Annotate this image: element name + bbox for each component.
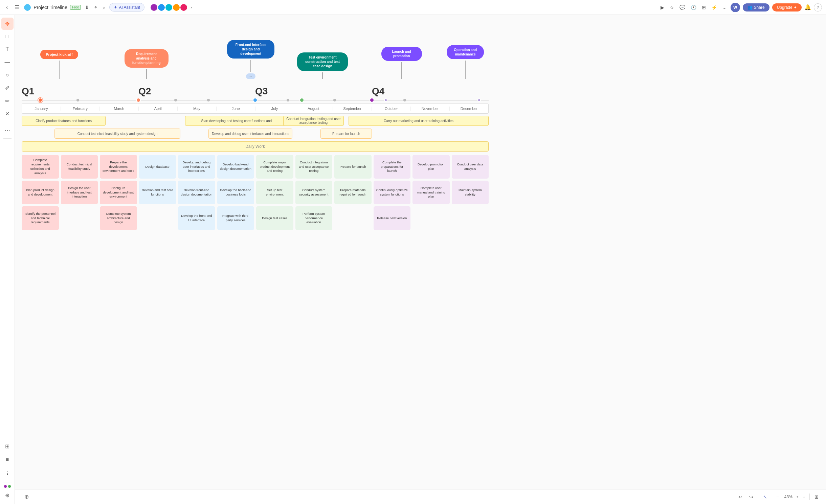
zoom-percentage[interactable]: 43%: [783, 494, 794, 500]
note-design-test-cases: Design test cases: [256, 206, 293, 230]
chevron-button[interactable]: ›: [191, 5, 192, 10]
download-button[interactable]: ⬇: [84, 3, 90, 12]
sidebar-template-tool[interactable]: ⊕: [1, 489, 14, 501]
sidebar-chart-tool[interactable]: ⫶: [1, 467, 14, 479]
lane-marketing: Carry out marketing and user training ac…: [349, 116, 489, 126]
note-develop-test-core: Develop and test core functions: [139, 181, 176, 204]
ai-assistant-button[interactable]: ✦ AI Assistant: [109, 3, 144, 12]
milestone-test-stem: [322, 72, 323, 79]
note-configure-dev: Configure development and test environme…: [100, 181, 137, 204]
note-user-manual: Complete user manual and training plan: [412, 181, 450, 204]
sidebar-pencil-tool[interactable]: ✏: [1, 95, 14, 107]
zoom-dropdown-icon: ▾: [797, 495, 799, 499]
axis-dot-may: [207, 99, 210, 101]
milestone-frontend-label: Front-end interface design and developme…: [227, 40, 274, 59]
note-continuously-opt: Continuously optimize system functions: [374, 181, 411, 204]
sidebar-connector-tool[interactable]: ✕: [1, 108, 14, 120]
tag-button[interactable]: ⌖: [93, 3, 98, 12]
collab-avatar-1: [150, 3, 158, 12]
axis-dot-feb: [76, 99, 79, 101]
search-button[interactable]: ⌕: [101, 3, 107, 12]
sidebar-cursor-tool[interactable]: ✥: [1, 18, 14, 30]
milestone-launch-label: Launch and promotion: [381, 47, 422, 61]
lane-start-developing: Start developing and testing core functi…: [185, 116, 288, 126]
cursor-tool-button[interactable]: ↖: [761, 493, 769, 501]
swimlane-row-1: Clarify product features and functions S…: [22, 116, 489, 127]
play-button[interactable]: ▶: [659, 3, 666, 12]
undo-button[interactable]: ↩: [736, 493, 744, 501]
notes-col-feb: Conduct technical feasibility study Desi…: [61, 155, 98, 230]
sidebar-bottom-icons: ⊞ ≡ ⫶ ⊕: [1, 437, 14, 501]
note-prepare-dev-env: Prepare the development environment and …: [100, 155, 137, 179]
note-complete-arch: Complete system architecture and design: [100, 206, 137, 230]
sidebar-table-tool[interactable]: ⊞: [1, 440, 14, 452]
down-button[interactable]: ⌄: [721, 3, 728, 12]
note-performance: Perform system performance evaluation: [295, 206, 333, 230]
note-backend-logic: Develop the back-end business logic: [217, 181, 254, 204]
lane-prepare-launch: Prepare for launch: [320, 129, 372, 139]
note-design-ui: Design the user interface and test inter…: [61, 181, 98, 204]
lane-daily: Daily Work: [22, 141, 489, 152]
sidebar-pen-tool[interactable]: ✐: [1, 82, 14, 94]
canvas-scroll[interactable]: Project kick-off Requirement analysis an…: [15, 15, 826, 504]
lane-develop-debug: Develop and debug user interfaces and in…: [208, 129, 292, 139]
sidebar-line-tool[interactable]: —: [1, 56, 14, 68]
menu-button[interactable]: ☰: [13, 3, 21, 12]
minimap-button[interactable]: ⊞: [812, 493, 821, 501]
axis-dot-q4: [370, 98, 374, 102]
canvas[interactable]: Project kick-off Requirement analysis an…: [15, 15, 826, 504]
collab-avatar-2: [157, 3, 165, 12]
axis-dot-launch: [384, 98, 387, 102]
month-may: May: [178, 107, 217, 111]
filter-button[interactable]: ⚡: [710, 3, 718, 12]
app-logo-icon: [24, 4, 31, 11]
ai-icon: ✦: [114, 5, 117, 10]
month-dec: December: [450, 107, 488, 111]
bottom-right-controls: ↩ ↪ ↖ − 43% ▾ + ⊞: [736, 493, 821, 501]
lane-technical: Conduct technical feasibility study and …: [54, 129, 181, 139]
comment-button[interactable]: 💬: [678, 3, 687, 12]
months-row: January February March April May June Ju…: [22, 104, 489, 114]
axis-dot-ops: [477, 98, 481, 102]
month-jul: July: [255, 107, 294, 111]
month-sep: September: [333, 107, 372, 111]
clock-button[interactable]: 🕐: [689, 3, 698, 12]
note-develop-promo: Develop promotion plan: [412, 155, 450, 179]
free-badge: Free: [70, 5, 81, 10]
notes-col-mayjun: Develop and debug user interfaces and in…: [178, 155, 215, 230]
swimlane-daily: Daily Work: [22, 141, 489, 152]
sidebar-more-tool[interactable]: ⋯: [1, 124, 14, 136]
note-frontend-ui: Develop the front-end UI interface: [178, 206, 215, 230]
share-button[interactable]: 👥 Share: [743, 3, 769, 12]
bottom-template-btn[interactable]: ⊕: [20, 491, 32, 503]
sidebar-text-tool[interactable]: T: [1, 43, 14, 55]
back-button[interactable]: ‹: [4, 3, 10, 12]
topbar: ‹ ☰ Project Timeline Free ⬇ ⌖ ⌕ ✦ AI Ass…: [0, 0, 826, 15]
star-button[interactable]: ☆: [668, 3, 675, 12]
milestone-frontend-stem: [250, 60, 251, 72]
axis-dot-q1: [38, 98, 43, 102]
sidebar-frame-tool[interactable]: □: [1, 30, 14, 43]
upgrade-button[interactable]: Upgrade ✦: [772, 3, 802, 12]
zoom-out-button[interactable]: −: [775, 493, 780, 501]
bottom-left-tools: ⊕: [20, 491, 32, 503]
month-feb: February: [61, 107, 100, 111]
milestone-frontend-extra: ···: [246, 73, 255, 79]
notes-col-apr: Design database Develop and test core fu…: [139, 155, 176, 230]
axis-dot-q2: [136, 98, 141, 102]
sidebar-list-tool[interactable]: ≡: [1, 454, 14, 466]
help-button[interactable]: ?: [814, 3, 822, 12]
topbar-right: ▶ ☆ 💬 🕐 ⊞ ⚡ ⌄ W 👥 Share Upgrade ✦ 🔔 ?: [659, 3, 822, 12]
grid-button[interactable]: ⊞: [700, 3, 707, 12]
bottom-divider-2: [772, 494, 772, 500]
notifications-button[interactable]: 🔔: [804, 4, 811, 10]
sidebar-divider-3: [3, 482, 12, 482]
zoom-in-button[interactable]: +: [801, 493, 807, 501]
note-identify-personnel: Identify the personnel and technical req…: [22, 206, 59, 230]
milestone-test-label: Test environment construction and test c…: [297, 52, 348, 71]
sidebar-shape-tool[interactable]: ○: [1, 69, 14, 81]
redo-button[interactable]: ↪: [747, 493, 755, 501]
note-security: Conduct system security assessment: [295, 181, 333, 204]
note-plan-product: Plan product design and development: [22, 181, 59, 204]
axis-dot-apr: [174, 99, 177, 101]
